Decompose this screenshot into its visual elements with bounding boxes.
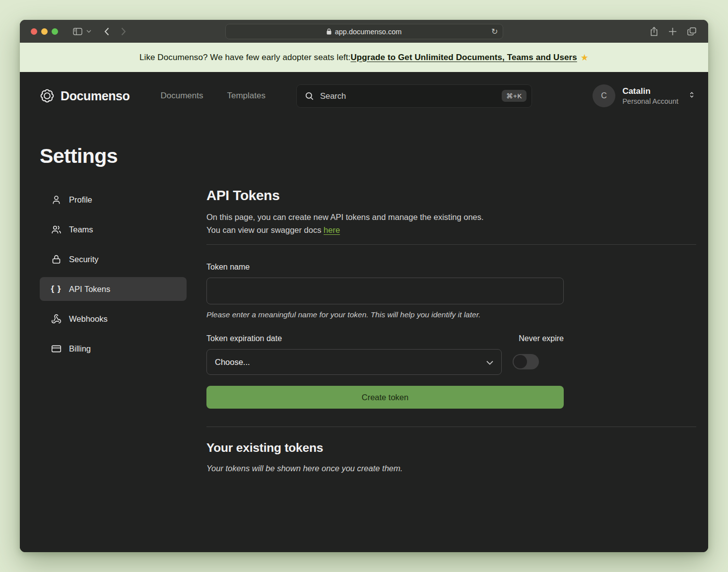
minimize-window-button[interactable] — [41, 28, 48, 35]
app-content: Documenso Documents Templates ⌘+K C Cata… — [20, 72, 708, 552]
sidebar-item-label: Webhooks — [69, 314, 108, 324]
users-icon — [51, 224, 62, 235]
share-icon[interactable] — [650, 27, 658, 36]
chevron-down-icon[interactable] — [86, 30, 91, 33]
sidebar-item-webhooks[interactable]: Webhooks — [40, 307, 187, 331]
token-name-label: Token name — [206, 263, 696, 272]
section-description-line1: On this page, you can create new API tok… — [206, 213, 484, 221]
upgrade-link[interactable]: Upgrade to Get Unlimited Documents, Team… — [350, 53, 577, 63]
sidebar-item-api-tokens[interactable]: { } API Tokens — [40, 277, 187, 301]
brand-logo[interactable]: Documenso — [40, 88, 130, 103]
nav-templates[interactable]: Templates — [227, 91, 265, 101]
sidebar-toggle-icon[interactable] — [73, 28, 82, 35]
promo-banner: Like Documenso? We have few early adopte… — [20, 43, 708, 72]
forward-button-icon[interactable] — [121, 27, 126, 36]
never-expire-label: Never expire — [519, 334, 564, 343]
token-name-hint: Please enter a meaningful name for your … — [206, 310, 696, 319]
sidebar-item-security[interactable]: Security — [40, 247, 187, 271]
lock-icon — [51, 254, 62, 265]
page-title: Settings — [20, 120, 708, 168]
browser-chrome: app.documenso.com ↻ — [20, 20, 708, 43]
braces-icon: { } — [51, 284, 62, 294]
browser-window: app.documenso.com ↻ Like — [20, 20, 708, 552]
brand-name: Documenso — [61, 89, 130, 103]
token-name-input[interactable] — [206, 278, 564, 304]
section-description-line2: You can view our swagger docs — [206, 225, 324, 234]
reload-icon[interactable]: ↻ — [491, 27, 498, 36]
lock-icon — [327, 28, 331, 35]
account-menu[interactable]: C Catalin Personal Account — [593, 84, 695, 107]
account-type: Personal Account — [622, 97, 678, 106]
api-tokens-panel: API Tokens On this page, you can create … — [206, 188, 696, 473]
sidebar-item-label: API Tokens — [69, 285, 110, 294]
chevrons-up-down-icon — [688, 90, 695, 101]
new-tab-icon[interactable] — [668, 27, 677, 36]
existing-tokens-heading: Your existing tokens — [206, 441, 696, 455]
credit-card-icon — [51, 344, 62, 354]
user-icon — [51, 195, 62, 205]
promo-banner-text: Like Documenso? We have few early adopte… — [139, 53, 351, 63]
create-token-button[interactable]: Create token — [206, 386, 564, 409]
documenso-logo-icon — [40, 88, 55, 103]
search-bar[interactable]: ⌘+K — [296, 84, 532, 108]
expiration-selected-value: Choose... — [215, 358, 250, 367]
divider — [206, 244, 696, 245]
nav-documents[interactable]: Documents — [160, 91, 203, 101]
traffic-lights — [31, 28, 58, 35]
sidebar-item-label: Security — [69, 255, 99, 264]
search-shortcut-badge: ⌘+K — [502, 90, 527, 102]
sidebar-item-profile[interactable]: Profile — [40, 188, 187, 212]
main-nav: Documents Templates — [160, 91, 265, 101]
close-window-button[interactable] — [31, 28, 37, 35]
address-url: app.documenso.com — [335, 28, 402, 36]
search-icon — [305, 91, 314, 101]
user-name: Catalin — [622, 86, 678, 96]
settings-sidebar: Profile Teams Security { } API Token — [40, 188, 187, 473]
zoom-window-button[interactable] — [52, 28, 58, 35]
star-icon: ★ — [581, 52, 589, 63]
back-button-icon[interactable] — [104, 27, 109, 36]
expiration-label: Token expiration date — [206, 334, 282, 343]
sidebar-item-label: Teams — [69, 225, 93, 234]
search-input[interactable] — [320, 91, 496, 101]
sidebar-item-label: Billing — [69, 344, 91, 354]
existing-tokens-empty-text: Your tokens will be shown here once you … — [206, 464, 696, 473]
avatar: C — [593, 84, 615, 107]
expiration-select[interactable]: Choose... — [206, 349, 502, 375]
tab-overview-icon[interactable] — [687, 27, 696, 36]
app-header: Documenso Documents Templates ⌘+K C Cata… — [20, 72, 708, 120]
toggle-knob — [514, 355, 527, 368]
swagger-docs-link[interactable]: here — [324, 225, 340, 234]
never-expire-toggle[interactable] — [513, 354, 539, 369]
sidebar-item-billing[interactable]: Billing — [40, 337, 187, 360]
section-heading: API Tokens — [206, 188, 696, 204]
sidebar-item-label: Profile — [69, 195, 92, 205]
chevron-down-icon — [486, 358, 493, 367]
divider — [206, 427, 696, 427]
address-bar[interactable]: app.documenso.com ↻ — [225, 24, 503, 39]
sidebar-item-teams[interactable]: Teams — [40, 217, 187, 241]
webhook-icon — [51, 314, 62, 324]
